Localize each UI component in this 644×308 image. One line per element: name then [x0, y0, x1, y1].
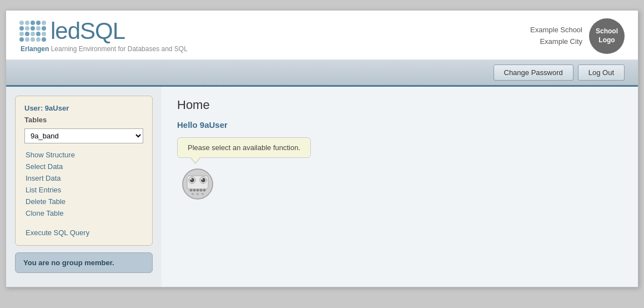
navbar: Change Password Log Out: [6, 60, 638, 87]
app-window: ledSQL Erlangen Learning Environment for…: [6, 10, 638, 287]
svg-point-14: [197, 193, 199, 195]
main-area: User: 9aUser Tables 9a_band Show Structu…: [6, 87, 638, 287]
logo-subtitle: Erlangen Learning Environment for Databa…: [21, 45, 188, 53]
sidebar-card-main: User: 9aUser Tables 9a_band Show Structu…: [15, 96, 153, 246]
bubble-text: Please select an available function.: [188, 143, 300, 152]
list-item: Show Structure: [24, 150, 143, 160]
list-item: Insert Data: [24, 173, 143, 183]
school-area: Example School Example City SchoolLogo: [530, 18, 625, 54]
content-area: Home Hello 9aUser Please select an avail…: [162, 87, 638, 287]
select-data-link[interactable]: Select Data: [24, 162, 143, 171]
svg-point-12: [203, 189, 206, 192]
svg-point-11: [200, 189, 203, 192]
clone-table-link[interactable]: Clone Table: [24, 208, 143, 218]
list-item: Delete Table: [24, 197, 143, 206]
logo-dots-icon: [19, 21, 46, 42]
sidebar-menu: Show Structure Select Data Insert Data L…: [24, 150, 143, 237]
logo-title: ledSQL: [19, 19, 188, 43]
sidebar: User: 9aUser Tables 9a_band Show Structu…: [6, 87, 162, 287]
mascot-icon: [182, 168, 214, 200]
table-select[interactable]: 9a_band: [24, 128, 143, 143]
svg-point-8: [190, 189, 193, 192]
group-message: You are no group member.: [15, 252, 153, 273]
insert-data-link[interactable]: Insert Data: [24, 173, 143, 183]
logo-text: ledSQL: [51, 19, 125, 43]
logo-area: ledSQL Erlangen Learning Environment for…: [19, 19, 188, 53]
sidebar-tables-heading: Tables: [24, 116, 143, 124]
list-entries-link[interactable]: List Entries: [24, 185, 143, 195]
show-structure-link[interactable]: Show Structure: [24, 150, 143, 160]
school-info: Example School Example City: [530, 24, 582, 48]
log-out-button[interactable]: Log Out: [578, 64, 625, 81]
header: ledSQL Erlangen Learning Environment for…: [6, 11, 638, 60]
school-logo: SchoolLogo: [589, 18, 625, 54]
menu-separator: [24, 220, 143, 226]
svg-point-9: [193, 189, 196, 192]
speech-bubble: Please select an available function.: [177, 137, 311, 158]
svg-point-15: [202, 193, 204, 195]
page-title: Home: [177, 98, 622, 112]
change-password-button[interactable]: Change Password: [494, 64, 573, 81]
svg-point-7: [202, 178, 203, 180]
hello-text: Hello 9aUser: [177, 120, 622, 130]
list-item: Select Data: [24, 162, 143, 171]
svg-point-4: [190, 178, 192, 180]
svg-point-10: [197, 189, 199, 192]
sidebar-user-label: User: 9aUser: [24, 104, 143, 112]
delete-table-link[interactable]: Delete Table: [24, 197, 143, 206]
list-item: List Entries: [24, 185, 143, 195]
svg-point-13: [192, 193, 194, 195]
list-item: Execute SQL Query: [24, 228, 143, 237]
list-item: Clone Table: [24, 208, 143, 218]
execute-sql-link[interactable]: Execute SQL Query: [24, 228, 143, 237]
